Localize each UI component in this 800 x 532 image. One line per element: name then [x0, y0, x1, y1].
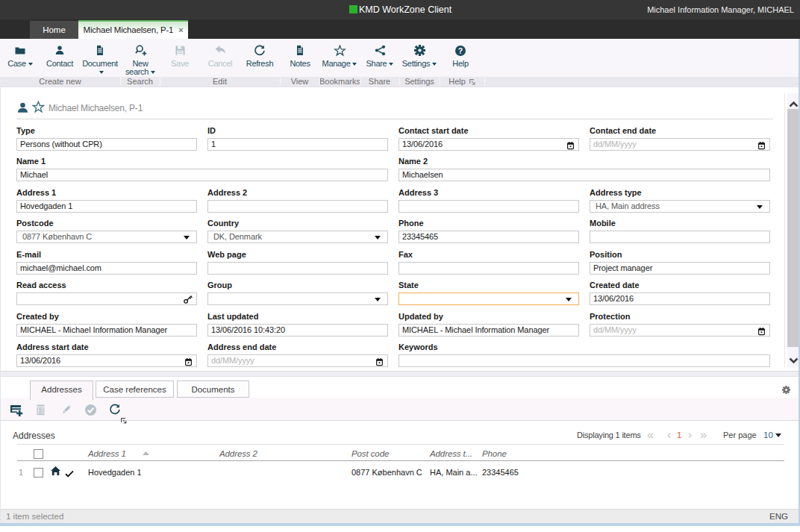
svg-text:?: ?: [458, 46, 463, 55]
